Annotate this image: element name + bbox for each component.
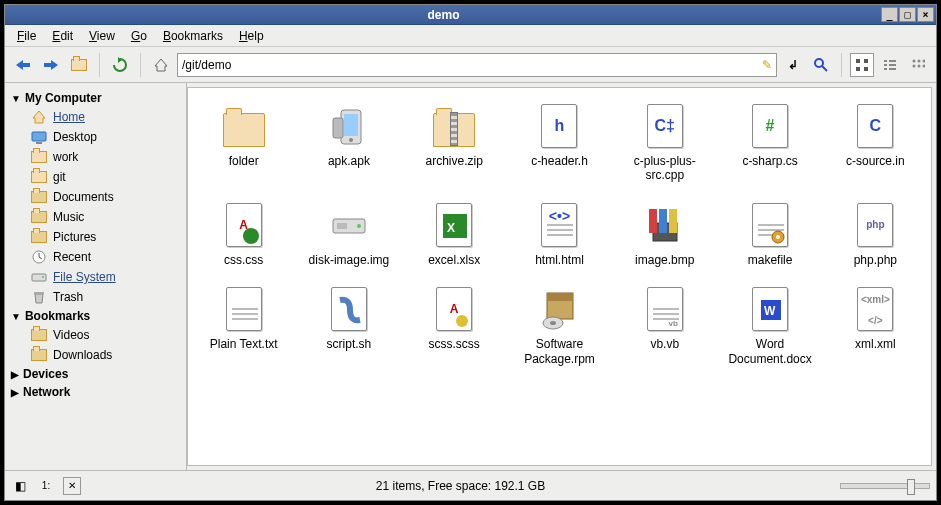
sidebar-item-file-system[interactable]: File System bbox=[9, 267, 182, 287]
menu-view[interactable]: View bbox=[81, 27, 123, 45]
sidebar-group[interactable]: ▼Bookmarks bbox=[9, 307, 182, 325]
sidebar-item-pictures[interactable]: Pictures bbox=[9, 227, 182, 247]
sidebar-item-label: Music bbox=[53, 210, 84, 224]
file-item[interactable]: disk-image.img bbox=[299, 197, 398, 271]
svg-rect-8 bbox=[884, 60, 887, 62]
disk-icon bbox=[31, 269, 47, 285]
sidebar-item-label: File System bbox=[53, 270, 116, 284]
home-button[interactable] bbox=[149, 53, 173, 77]
forward-button[interactable] bbox=[39, 53, 63, 77]
maximize-button[interactable]: □ bbox=[899, 7, 916, 22]
sidebar-item-desktop[interactable]: Desktop bbox=[9, 127, 182, 147]
file-item[interactable]: phpphp.php bbox=[826, 197, 925, 271]
sidebar-item-music[interactable]: Music bbox=[9, 207, 182, 227]
sidebar-item-label: git bbox=[53, 170, 66, 184]
sidebar-item-downloads[interactable]: Downloads bbox=[9, 345, 182, 365]
cpp-icon: C‡ bbox=[641, 102, 689, 150]
search-button[interactable] bbox=[809, 53, 833, 77]
file-item[interactable]: script.sh bbox=[299, 281, 398, 370]
file-item[interactable]: Software Package.rpm bbox=[510, 281, 609, 370]
folder-music-icon bbox=[31, 209, 47, 225]
folder-icon bbox=[220, 102, 268, 150]
zoom-thumb[interactable] bbox=[907, 479, 915, 495]
file-item[interactable]: hc-header.h bbox=[510, 98, 609, 187]
triangle-right-icon: ▶ bbox=[11, 387, 19, 398]
file-name: makefile bbox=[748, 253, 793, 267]
sidebar-group[interactable]: ▶Network bbox=[9, 383, 182, 401]
svg-line-3 bbox=[822, 66, 827, 71]
file-item[interactable]: Plain Text.txt bbox=[194, 281, 293, 370]
menu-help[interactable]: Help bbox=[231, 27, 272, 45]
sidebar-item-recent[interactable]: Recent bbox=[9, 247, 182, 267]
menu-edit[interactable]: Edit bbox=[44, 27, 81, 45]
sidebar-item-videos[interactable]: Videos bbox=[9, 325, 182, 345]
sidebar-group[interactable]: ▼My Computer bbox=[9, 89, 182, 107]
reload-button[interactable] bbox=[108, 53, 132, 77]
file-item[interactable]: Cc-source.in bbox=[826, 98, 925, 187]
sidebar-item-trash[interactable]: Trash bbox=[9, 287, 182, 307]
close-pane-button[interactable]: ✕ bbox=[63, 477, 81, 495]
view-list-button[interactable] bbox=[878, 53, 902, 77]
folder-up-icon bbox=[71, 59, 87, 71]
sidebar-group[interactable]: ▶Devices bbox=[9, 365, 182, 383]
close-button[interactable]: × bbox=[917, 7, 934, 22]
menu-go[interactable]: Go bbox=[123, 27, 155, 45]
file-item[interactable]: makefile bbox=[720, 197, 819, 271]
sidebar-item-label: Desktop bbox=[53, 130, 97, 144]
back-button[interactable] bbox=[11, 53, 35, 77]
file-item[interactable]: Acss.css bbox=[194, 197, 293, 271]
sidebar-item-git[interactable]: git bbox=[9, 167, 182, 187]
disk-icon bbox=[325, 201, 373, 249]
svg-rect-12 bbox=[884, 68, 887, 70]
svg-rect-36 bbox=[649, 209, 657, 233]
svg-rect-11 bbox=[889, 64, 896, 66]
minimize-button[interactable]: _ bbox=[881, 7, 898, 22]
svg-point-2 bbox=[815, 59, 823, 67]
titlebar[interactable]: demo _ □ × bbox=[5, 5, 936, 25]
file-name: c-plus-plus-src.cpp bbox=[619, 154, 710, 183]
clear-icon[interactable]: ✎ bbox=[762, 58, 772, 72]
sidebar-item-label: Downloads bbox=[53, 348, 112, 362]
go-button[interactable]: ↲ bbox=[781, 53, 805, 77]
view-icons-button[interactable] bbox=[850, 53, 874, 77]
separator bbox=[99, 53, 100, 77]
file-item[interactable]: <xml></>xml.xml bbox=[826, 281, 925, 370]
sidebar-item-work[interactable]: work bbox=[9, 147, 182, 167]
desktop-icon bbox=[31, 129, 47, 145]
menu-file[interactable]: File bbox=[9, 27, 44, 45]
file-name: Plain Text.txt bbox=[210, 337, 278, 351]
file-item[interactable]: <•>html.html bbox=[510, 197, 609, 271]
file-item[interactable]: WWord Document.docx bbox=[720, 281, 819, 370]
file-item[interactable]: apk.apk bbox=[299, 98, 398, 187]
file-item[interactable]: image.bmp bbox=[615, 197, 714, 271]
toolbar: ✎ ↲ bbox=[5, 47, 936, 83]
file-item[interactable]: Ascss.scss bbox=[405, 281, 504, 370]
file-item[interactable]: #c-sharp.cs bbox=[720, 98, 819, 187]
file-item[interactable]: archive.zip bbox=[405, 98, 504, 187]
svg-point-28 bbox=[349, 138, 353, 142]
sidebar-item-label: Home bbox=[53, 110, 85, 124]
svg-rect-4 bbox=[856, 59, 860, 63]
sidebar: ▼My ComputerHomeDesktopworkgitDocumentsM… bbox=[5, 83, 187, 470]
svg-rect-7 bbox=[864, 67, 868, 71]
folder-doc-icon bbox=[31, 189, 47, 205]
up-button[interactable] bbox=[67, 53, 91, 77]
location-bar[interactable]: ✎ bbox=[177, 53, 777, 77]
file-item[interactable]: folder bbox=[194, 98, 293, 187]
zoom-slider[interactable] bbox=[840, 483, 930, 489]
file-item[interactable]: C‡c-plus-plus-src.cpp bbox=[615, 98, 714, 187]
file-view[interactable]: folderapk.apkarchive.ziphc-header.hC‡c-p… bbox=[187, 87, 932, 466]
svg-point-14 bbox=[913, 59, 916, 62]
tree-toggle-button[interactable]: ◧ bbox=[11, 477, 29, 495]
sidebar-item-documents[interactable]: Documents bbox=[9, 187, 182, 207]
file-item[interactable]: vbvb.vb bbox=[615, 281, 714, 370]
menu-bookmarks[interactable]: Bookmarks bbox=[155, 27, 231, 45]
triangle-right-icon: ▶ bbox=[11, 369, 19, 380]
places-toggle-button[interactable]: 1: bbox=[37, 477, 55, 495]
sidebar-item-label: work bbox=[53, 150, 78, 164]
path-input[interactable] bbox=[182, 58, 762, 72]
file-name: php.php bbox=[854, 253, 897, 267]
sidebar-item-home[interactable]: Home bbox=[9, 107, 182, 127]
file-item[interactable]: Xexcel.xlsx bbox=[405, 197, 504, 271]
view-compact-button[interactable] bbox=[906, 53, 930, 77]
